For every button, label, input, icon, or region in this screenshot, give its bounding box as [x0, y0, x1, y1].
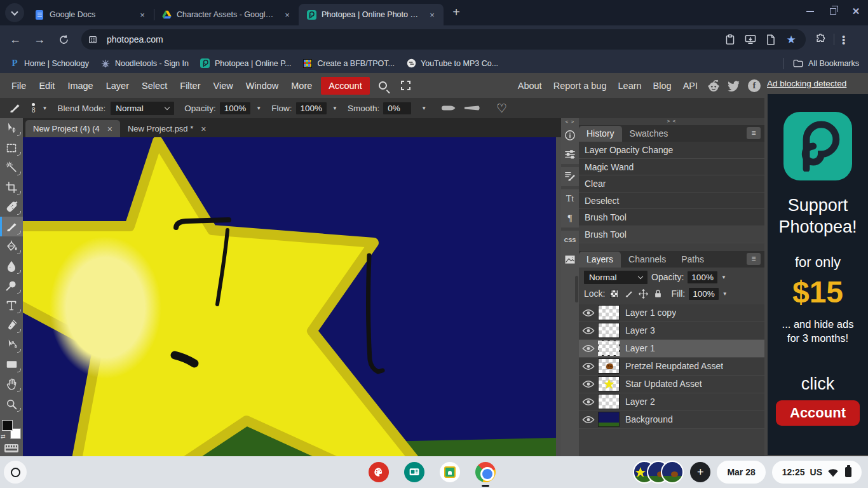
history-step[interactable]: Brush Tool — [579, 209, 764, 226]
paragraph-panel-icon[interactable]: ¶ — [561, 208, 579, 227]
layer-blend-mode-select[interactable]: Normal — [584, 271, 648, 284]
close-icon[interactable]: × — [107, 124, 112, 134]
menu-window[interactable]: Window — [240, 77, 285, 95]
browser-menu-icon[interactable]: ••• — [842, 35, 845, 44]
back-button[interactable]: ← — [6, 30, 24, 48]
address-bar[interactable]: photopea.com ★ — [81, 29, 806, 50]
smooth-input[interactable]: 0% — [383, 102, 411, 114]
layer-thumbnail[interactable] — [598, 341, 620, 356]
menu-more[interactable]: More — [285, 77, 318, 95]
visibility-eye-icon[interactable] — [579, 309, 598, 317]
pen-tool[interactable] — [0, 315, 23, 335]
smooth-arrow[interactable]: ▼ — [421, 105, 426, 111]
link-api[interactable]: API — [677, 77, 703, 95]
tab-search-button[interactable] — [5, 3, 24, 22]
character-panel-icon[interactable]: Tt — [561, 189, 579, 208]
menu-layer[interactable]: Layer — [100, 77, 135, 95]
close-icon[interactable]: × — [282, 10, 292, 20]
visibility-eye-icon[interactable] — [579, 398, 598, 406]
blur-tool[interactable] — [0, 256, 23, 276]
restore-button[interactable] — [825, 3, 841, 20]
hand-tool[interactable] — [0, 374, 23, 394]
keyboard-icon[interactable] — [4, 444, 18, 452]
rectangle-select-tool[interactable] — [0, 138, 23, 158]
chrome-app-icon[interactable] — [475, 462, 496, 482]
bookmark-star-icon[interactable]: ★ — [785, 34, 797, 45]
pressure-size-icon[interactable] — [463, 105, 480, 111]
path-select-tool[interactable] — [0, 335, 23, 355]
history-step[interactable]: Deselect — [579, 193, 764, 210]
layer-row[interactable]: Layer 3 — [579, 322, 764, 340]
new-tab-button[interactable]: + — [447, 4, 465, 22]
lock-transparency-icon[interactable] — [609, 288, 620, 299]
ad-account-button[interactable]: Account — [776, 400, 860, 426]
reddit-icon[interactable] — [707, 79, 721, 93]
ad-blocking-link[interactable]: Ad blocking detected — [764, 73, 868, 88]
color-swatches[interactable]: ⇄ — [2, 420, 21, 439]
brush-size-selector[interactable]: 8 ▼ — [32, 103, 47, 114]
visibility-eye-icon[interactable] — [579, 327, 598, 335]
lock-paint-icon[interactable] — [623, 288, 634, 299]
layer-fill-arrow[interactable]: ▼ — [722, 291, 728, 297]
layer-row-selected[interactable]: Layer 1 — [579, 340, 764, 358]
opacity-arrow[interactable]: ▼ — [256, 105, 261, 111]
swap-colors-icon[interactable]: ⇄ — [1, 433, 6, 440]
dodge-tool[interactable] — [0, 276, 23, 295]
foreground-color[interactable] — [2, 420, 13, 431]
bookmark-youtube-mp3[interactable]: YouTube to MP3 Co... — [400, 56, 504, 71]
move-tool[interactable] — [0, 118, 23, 138]
menu-file[interactable]: File — [5, 77, 32, 95]
layer-thumbnail[interactable] — [598, 376, 620, 391]
screencast-app-icon[interactable] — [404, 462, 424, 482]
browser-tab-photopea[interactable]: Photopea | Online Photo Editor × — [299, 4, 444, 25]
collapse-right-icon[interactable]: > < — [579, 118, 764, 125]
close-window-button[interactable]: ✕ — [848, 3, 864, 20]
heart-icon[interactable]: ♡ — [496, 101, 507, 116]
brush-settings-panel-icon[interactable] — [561, 167, 579, 186]
support-ad[interactable]: Support Photopea! for only $15 ... and h… — [768, 94, 868, 455]
visibility-eye-icon[interactable] — [579, 344, 598, 353]
add-desk-button[interactable]: + — [690, 462, 710, 482]
layer-thumbnail[interactable] — [598, 323, 620, 338]
window-thumbnail[interactable] — [661, 461, 684, 484]
layers-menu-icon[interactable]: ≡ — [747, 253, 761, 265]
facebook-icon[interactable]: f — [747, 79, 761, 93]
link-about[interactable]: About — [512, 77, 548, 95]
visibility-eye-icon[interactable] — [579, 416, 598, 424]
brush-tool-icon[interactable] — [5, 100, 24, 116]
tab-channels[interactable]: Channels — [621, 252, 674, 268]
magic-wand-tool[interactable] — [0, 158, 23, 177]
classroom-app-icon[interactable] — [440, 462, 460, 482]
all-bookmarks-button[interactable]: All Bookmarks — [783, 58, 859, 69]
layer-opacity-arrow[interactable]: ▼ — [721, 274, 726, 280]
search-icon[interactable] — [374, 78, 393, 94]
visibility-eye-icon[interactable] — [579, 380, 598, 388]
menu-edit[interactable]: Edit — [32, 77, 61, 95]
minimize-button[interactable] — [802, 3, 818, 20]
history-step-current[interactable]: Brush Tool — [579, 226, 764, 243]
tab-history[interactable]: History — [579, 126, 622, 142]
menu-filter[interactable]: Filter — [173, 77, 207, 95]
tab-swatches[interactable]: Swatches — [622, 126, 676, 142]
fullscreen-icon[interactable] — [397, 78, 416, 94]
bookmark-noodletools[interactable]: Noodletools - Sign In — [95, 56, 194, 71]
recent-windows-thumbnails[interactable] — [633, 461, 684, 484]
layer-row[interactable]: Background — [579, 411, 764, 429]
layer-row[interactable]: Layer 2 — [579, 393, 764, 411]
collapse-left-icon[interactable]: < > — [566, 118, 575, 126]
install-app-icon[interactable] — [745, 34, 756, 45]
css-panel-icon[interactable]: CSS — [561, 231, 579, 250]
bookmark-bfb[interactable]: Create a BFB/TPOT... — [297, 56, 400, 71]
reload-button[interactable] — [55, 30, 72, 48]
spot-heal-tool[interactable] — [0, 197, 23, 217]
menu-view[interactable]: View — [207, 77, 240, 95]
blend-mode-select[interactable]: Normal — [111, 102, 174, 115]
extensions-icon[interactable] — [815, 34, 826, 45]
site-info-icon[interactable] — [85, 32, 100, 47]
doc-tab-new-project-4[interactable]: New Project (4) (4 × — [25, 120, 120, 137]
layer-fill-input[interactable]: 100% — [689, 288, 719, 300]
status-area[interactable]: 12:25 US — [772, 461, 862, 484]
menu-select[interactable]: Select — [135, 77, 173, 95]
history-step[interactable]: Clear — [579, 175, 764, 193]
layer-thumbnail[interactable] — [598, 394, 620, 409]
